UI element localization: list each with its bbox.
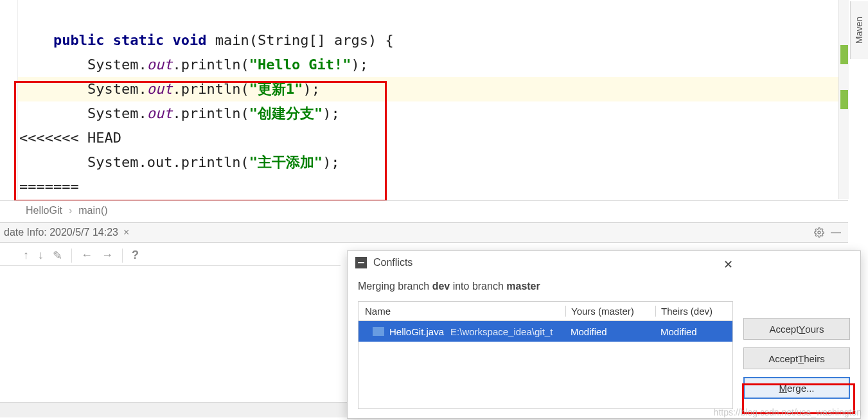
col-theirs-header[interactable]: Theirs (dev) xyxy=(655,306,732,317)
minimize-icon[interactable]: — xyxy=(828,224,844,241)
sig-rest: main(String[] args) { xyxy=(206,32,393,48)
arrow-left-icon[interactable]: ← xyxy=(81,249,93,262)
tool-tab-maven[interactable]: Maven xyxy=(850,1,868,59)
branch-master: master xyxy=(506,281,540,292)
string-create-branch: "创建分支" xyxy=(249,105,323,121)
string-hello: "Hello Git!" xyxy=(249,57,351,73)
lower-panel xyxy=(0,266,341,402)
run-toolbar: ↑ ↓ ✎ ← → ? xyxy=(0,245,341,266)
table-row[interactable]: HelloGit.java E:\workspace_idea\git_t Mo… xyxy=(359,321,732,342)
pencil-icon[interactable]: ✎ xyxy=(53,249,62,263)
conflict-separator: ======= xyxy=(19,179,79,195)
println-tail-2: ); xyxy=(303,81,320,97)
breadcrumb-method[interactable]: main() xyxy=(78,205,107,216)
arrow-down-icon[interactable]: ↓ xyxy=(38,249,44,262)
accept-theirs-pre: Accept xyxy=(768,353,798,364)
toolbar-divider xyxy=(71,249,72,263)
merge-post: erge... xyxy=(787,383,815,394)
accept-yours-button[interactable]: Accept Yours xyxy=(743,318,850,340)
println-mid-2: .println( xyxy=(172,81,249,97)
accept-theirs-u: T xyxy=(798,353,804,364)
merge-u: M xyxy=(779,383,787,394)
status-strip xyxy=(0,402,353,417)
conflict-table[interactable]: Name Yours (master) Theirs (dev) HelloGi… xyxy=(358,301,733,409)
dialog-titlebar[interactable]: Conflicts ✕ xyxy=(348,251,743,274)
arrow-right-icon[interactable]: → xyxy=(102,249,113,262)
conflict-head: <<<<<<< HEAD xyxy=(19,130,121,146)
out-field-3: out xyxy=(147,105,173,121)
file-icon xyxy=(373,327,384,336)
svg-point-0 xyxy=(818,231,820,234)
breadcrumb-class[interactable]: HelloGit xyxy=(26,205,62,216)
file-path: E:\workspace_idea\git_t xyxy=(450,326,553,337)
string-trunk-add: "主干添加" xyxy=(249,154,323,170)
notification-bar: date Info: 2020/5/7 14:23 × — xyxy=(0,222,848,243)
merge-button[interactable]: Merge... xyxy=(743,377,850,399)
dialog-close-icon[interactable]: ✕ xyxy=(720,255,737,274)
println-tail-3: ); xyxy=(323,105,340,121)
marker-green-2[interactable] xyxy=(840,90,848,109)
dialog-sub-prefix: Merging branch xyxy=(358,281,432,292)
dialog-title: Conflicts xyxy=(373,257,412,268)
dialog-sub-mid: into branch xyxy=(450,281,506,292)
breadcrumb[interactable]: HelloGit › main() xyxy=(0,200,848,220)
println-head-3: System. xyxy=(19,105,147,121)
accept-theirs-button[interactable]: Accept Theirs xyxy=(743,347,850,369)
help-icon[interactable]: ? xyxy=(132,249,139,262)
code-editor[interactable]: public static void main(String[] args) {… xyxy=(0,0,848,199)
keyword-void: void xyxy=(172,32,206,48)
cell-theirs: Modified xyxy=(655,326,732,337)
println-head-2: System. xyxy=(19,81,147,97)
accept-yours-post: ours xyxy=(805,324,824,335)
notification-label: date Info: 2020/5/7 14:23 xyxy=(4,227,118,238)
println-mid-3: .println( xyxy=(172,105,249,121)
chevron-right-icon: › xyxy=(69,205,72,216)
conflicts-dialog: Conflicts ✕ Merging branch dev into bran… xyxy=(347,250,861,419)
col-yours-header[interactable]: Yours (master) xyxy=(565,306,655,317)
println-tail-1: ); xyxy=(351,57,369,73)
tool-tab-maven-label: Maven xyxy=(855,17,865,44)
cell-yours: Modified xyxy=(565,326,655,337)
code-block: public static void main(String[] args) {… xyxy=(19,4,394,223)
col-name-header[interactable]: Name xyxy=(359,306,565,317)
conflict-table-header: Name Yours (master) Theirs (dev) xyxy=(359,302,732,321)
out-field-2: out xyxy=(147,81,173,97)
close-icon[interactable]: × xyxy=(123,227,129,238)
keyword-public: public xyxy=(53,32,104,48)
marker-green-1[interactable] xyxy=(840,45,848,64)
file-name: HelloGit.java xyxy=(389,326,444,337)
toolbar-divider-2 xyxy=(122,249,123,263)
editor-gutter xyxy=(0,0,18,199)
dialog-subtitle: Merging branch dev into branch master xyxy=(348,274,743,301)
editor-right-markers[interactable] xyxy=(838,0,849,199)
branch-dev: dev xyxy=(432,281,450,292)
dialog-app-icon xyxy=(355,257,367,268)
keyword-static: static xyxy=(113,32,164,48)
out-field-1: out xyxy=(147,57,173,73)
accept-theirs-post: heirs xyxy=(804,353,825,364)
accept-yours-pre: Accept xyxy=(769,324,799,335)
string-update1: "更新1" xyxy=(249,81,303,97)
println-mid-1: .println( xyxy=(172,57,249,73)
dialog-button-group: Accept Yours Accept Theirs Merge... xyxy=(743,251,860,418)
arrow-up-icon[interactable]: ↑ xyxy=(23,249,29,262)
gear-icon[interactable] xyxy=(811,224,828,241)
println-head-1: System. xyxy=(19,57,147,73)
accept-yours-u: Y xyxy=(799,324,805,335)
